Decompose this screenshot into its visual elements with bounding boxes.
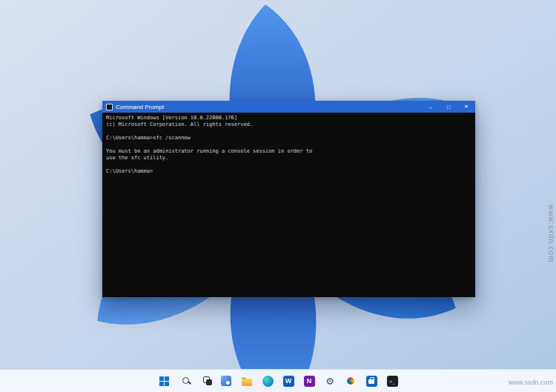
terminal-button[interactable]: >_ <box>383 372 401 390</box>
word-button[interactable]: W <box>279 372 297 390</box>
watermark-vertical: www.sxdn.com <box>547 205 555 263</box>
task-view-icon <box>203 376 210 383</box>
desktop: Command Prompt – □ ✕ Microsoft Windows [… <box>0 0 556 392</box>
terminal-icon: >_ <box>387 376 398 387</box>
terminal-output-area[interactable]: Microsoft Windows [Version 10.0.22000.17… <box>102 113 475 297</box>
window-titlebar[interactable]: Command Prompt – □ ✕ <box>102 101 475 113</box>
terminal-text: Microsoft Windows [Version 10.0.22000.17… <box>106 115 471 175</box>
search-icon <box>182 377 189 384</box>
search-button[interactable] <box>176 372 193 390</box>
minimize-button[interactable]: – <box>422 101 440 113</box>
photos-icon <box>345 376 357 387</box>
windows-logo-icon <box>159 376 169 386</box>
command-prompt-icon <box>106 104 113 110</box>
watermark-bottom-right: www.sxdn.com <box>509 379 553 386</box>
task-view-button[interactable] <box>196 372 214 390</box>
close-button[interactable]: ✕ <box>457 101 475 113</box>
window-controls: – □ ✕ <box>422 101 475 113</box>
start-button[interactable] <box>155 372 173 390</box>
maximize-button[interactable]: □ <box>440 101 457 113</box>
widgets-icon <box>221 376 231 386</box>
onenote-icon: N <box>304 376 315 387</box>
widgets-button[interactable] <box>217 372 235 390</box>
taskbar: W N ⚙ >_ <box>0 369 556 392</box>
window-title: Command Prompt <box>116 104 422 110</box>
photos-button[interactable] <box>342 372 360 390</box>
file-explorer-button[interactable] <box>238 372 256 390</box>
edge-button[interactable] <box>259 372 277 390</box>
store-icon <box>366 376 377 387</box>
word-icon: W <box>283 376 294 387</box>
onenote-button[interactable]: N <box>300 372 318 390</box>
edge-browser-icon <box>262 376 274 387</box>
folder-icon <box>242 379 252 386</box>
gear-icon: ⚙ <box>325 376 334 386</box>
command-prompt-window: Command Prompt – □ ✕ Microsoft Windows [… <box>102 101 475 297</box>
settings-button[interactable]: ⚙ <box>321 372 339 390</box>
store-button[interactable] <box>363 372 380 390</box>
